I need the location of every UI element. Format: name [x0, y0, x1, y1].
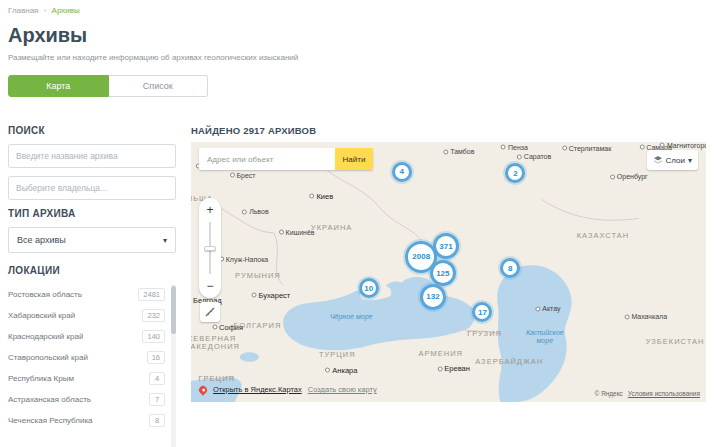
archive-type-select[interactable]: Все архивы ▾ [8, 227, 176, 253]
map-cluster[interactable]: 4 [392, 162, 412, 182]
map-label-water: Чёрное море [330, 313, 373, 321]
map-label-country: АРМЕНИЯ [419, 350, 463, 359]
zoom-slider-thumb[interactable] [204, 246, 216, 251]
map-cluster[interactable]: 17 [472, 302, 492, 322]
breadcrumb: Главная › Архивы [8, 6, 706, 15]
location-count-badge: 2481 [138, 288, 165, 301]
location-row[interactable]: Ростовская область2481 [8, 284, 165, 305]
border-line [327, 171, 424, 247]
location-name: Республика Крым [8, 374, 74, 383]
location-row[interactable]: Краснодарский край140 [8, 326, 165, 347]
map-label-country: РУМЫНИЯ [235, 272, 281, 281]
chevron-down-icon: ▾ [163, 236, 167, 245]
location-count-badge: 4 [149, 372, 165, 385]
open-in-yandex-link[interactable]: Открыть в Яндекс.Картах [213, 385, 302, 394]
location-row[interactable]: Ставропольский край16 [8, 347, 165, 368]
map-label-city: Оренбург [610, 173, 648, 180]
layers-control[interactable]: Слои ▾ [647, 150, 698, 170]
location-name: Чеченская Республика [8, 416, 93, 425]
archive-type-heading: ТИП АРХИВА [8, 208, 176, 219]
map-search-button[interactable]: Найти [335, 148, 373, 170]
content-area: ПОИСК ТИП АРХИВА Все архивы ▾ ЛОКАЦИИ Ро… [8, 125, 706, 447]
location-name: Хабаровский край [8, 311, 75, 320]
archives-page: Главная › Архивы Архивы Размещайте или н… [0, 0, 714, 447]
zoom-in-button[interactable]: + [199, 200, 221, 220]
archive-type-value: Все архивы [17, 235, 66, 245]
map-cluster[interactable]: 2 [505, 163, 525, 183]
map-pin-icon [197, 384, 208, 395]
results-count: НАЙДЕНО 2917 АРХИВОВ [191, 125, 706, 136]
page-subtitle: Размещайте или находите информацию об ар… [8, 53, 706, 62]
map-view-button[interactable]: Карта [8, 75, 109, 97]
map-cluster[interactable]: 10 [359, 278, 379, 298]
map-label-city: Львов [242, 207, 269, 214]
zoom-control: + − [199, 198, 221, 298]
create-map-link[interactable]: Создать свою карту [308, 385, 377, 394]
breadcrumb-separator-icon: › [44, 6, 47, 15]
map-label-city: Пенза [501, 143, 528, 150]
page-title: Архивы [8, 24, 706, 47]
location-count-badge: 16 [147, 351, 165, 364]
map-label-water: Каспийское море [522, 329, 568, 346]
map-copyright: © Яндекс Условия использования [594, 390, 700, 397]
location-row[interactable]: Астраханская область7 [8, 389, 165, 410]
location-name: Астраханская область [8, 395, 91, 404]
map-label-country: ТУРЦИЯ [319, 351, 356, 360]
locations-panel: Ростовская область2481Хабаровский край23… [8, 284, 176, 447]
map-label-city: Стерлитамак [562, 144, 612, 151]
locations-scrollbar[interactable] [171, 284, 176, 447]
locations-heading: ЛОКАЦИИ [8, 265, 176, 276]
map-label-country: БОЛГАРИЯ [233, 321, 281, 330]
map-label-country: ГРУЗИЯ [467, 330, 502, 339]
layers-label: Слои [666, 156, 685, 165]
map-label-capital: Бухарест [251, 290, 290, 299]
location-row[interactable]: Чеченская Республика8 [8, 410, 165, 431]
chevron-down-icon: ▾ [688, 156, 692, 165]
yandex-copyright: © Яндекс [594, 390, 622, 397]
map-label-city: Махачкала [624, 312, 667, 319]
map-label-country: АЗЕРБАЙДЖАН [475, 358, 539, 367]
map[interactable]: ВаршаваБрестПОЛЬШАЛьвовКиевКишинёвУКРАИН… [191, 142, 706, 402]
location-row[interactable]: Республика Крым4 [8, 368, 165, 389]
zoom-slider[interactable] [209, 222, 211, 274]
map-label-city: Саратов [517, 153, 551, 160]
map-label-city: Кишинёв [279, 228, 315, 235]
map-label-country: КАЗАХСТАН [577, 231, 630, 240]
marmara-sea-shape [240, 352, 259, 362]
map-footer-links: Открыть в Яндекс.Картах Создать свою кар… [199, 385, 377, 394]
ruler-button[interactable] [200, 302, 220, 322]
location-row[interactable]: Хабаровский край232 [8, 305, 165, 326]
breadcrumb-home[interactable]: Главная [8, 6, 38, 15]
location-name: Ростовская область [8, 290, 82, 299]
map-search-input[interactable] [199, 148, 335, 170]
map-label-city: Актау [535, 305, 560, 312]
filters-sidebar: ПОИСК ТИП АРХИВА Все архивы ▾ ЛОКАЦИИ Ро… [8, 125, 176, 447]
map-cluster[interactable]: 8 [500, 258, 520, 278]
location-name: Краснодарский край [8, 332, 83, 341]
terms-link[interactable]: Условия использования [628, 390, 700, 397]
list-view-button[interactable]: Список [109, 75, 209, 97]
map-search: Найти [199, 148, 373, 170]
location-count-badge: 7 [149, 393, 165, 406]
map-label-city: Магнитогорск [660, 142, 706, 148]
results-area: НАЙДЕНО 2917 АРХИВОВ В [191, 125, 706, 447]
zoom-out-button[interactable]: − [199, 276, 221, 296]
location-count-badge: 140 [142, 330, 165, 343]
map-cluster[interactable]: 132 [420, 284, 446, 310]
map-label-country: УКРАИНА [311, 224, 352, 233]
search-heading: ПОИСК [8, 125, 176, 136]
owner-input[interactable] [8, 176, 176, 200]
map-cluster[interactable]: 125 [430, 260, 456, 286]
location-count-badge: 8 [149, 414, 165, 427]
archive-name-input[interactable] [8, 144, 176, 168]
map-label-capital: Киев [309, 191, 333, 200]
border-line [541, 199, 638, 220]
map-label-country: ГРЕЦИЯ [199, 374, 235, 383]
layers-icon [653, 155, 663, 165]
map-label-country: УЗБЕКИСТАН [646, 337, 705, 346]
map-label-city: Брест [229, 171, 255, 178]
breadcrumb-current[interactable]: Архивы [52, 6, 80, 15]
scrollbar-thumb[interactable] [171, 286, 176, 334]
view-toggle: Карта Список [8, 75, 208, 97]
map-label-capital: Ереван [437, 364, 470, 373]
